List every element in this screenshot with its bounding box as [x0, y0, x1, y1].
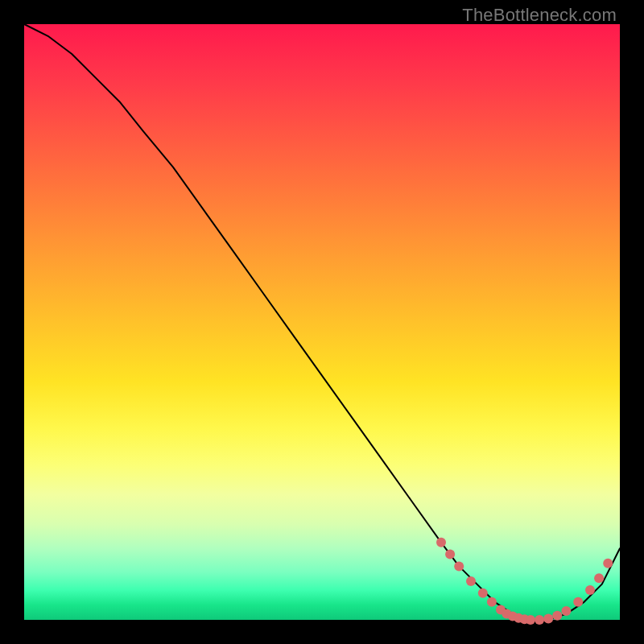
data-point	[445, 550, 455, 559]
data-point	[487, 597, 497, 607]
data-point	[526, 615, 535, 625]
chart-stage: TheBottleneck.com	[0, 0, 644, 644]
data-point	[436, 538, 446, 547]
data-point	[543, 614, 553, 624]
data-point	[594, 573, 604, 583]
data-point	[454, 561, 464, 571]
marker-layer	[436, 538, 613, 625]
data-point	[478, 588, 488, 598]
data-point	[573, 597, 583, 607]
data-point	[552, 611, 562, 621]
data-point	[535, 615, 544, 625]
data-point	[561, 606, 571, 616]
chart-svg	[24, 24, 620, 620]
data-point	[603, 559, 613, 568]
plot-area	[24, 24, 620, 620]
data-point	[585, 585, 595, 595]
watermark-label: TheBottleneck.com	[462, 5, 617, 26]
data-point	[466, 576, 476, 586]
bottleneck-curve	[24, 24, 620, 620]
